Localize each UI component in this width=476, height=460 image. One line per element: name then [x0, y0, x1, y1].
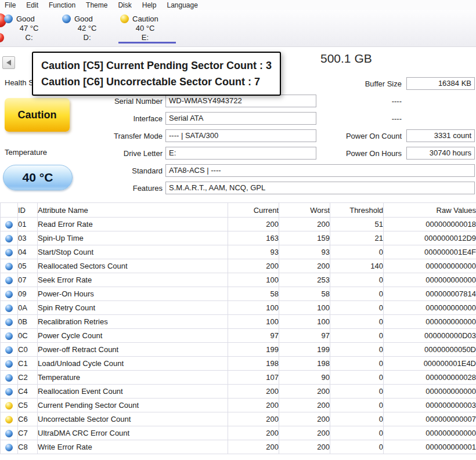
attr-threshold-cell: 0	[330, 287, 384, 301]
status-cell	[1, 259, 18, 273]
status-cell	[1, 231, 18, 245]
menu-item[interactable]: Help	[142, 1, 157, 9]
attr-worst-cell: 200	[279, 440, 330, 454]
info-field-value: ATA8-ACS | ----	[165, 164, 475, 177]
raw-values-column-header: Raw Values	[384, 203, 476, 218]
smart-row: 0C Power Cycle Count 97 97 0 000000000D0…	[1, 329, 476, 343]
menu-item[interactable]: Function	[49, 1, 75, 9]
attr-name-cell: Read Error Rate	[38, 218, 228, 231]
status-dot-icon	[5, 346, 13, 354]
info-field-label: Interface	[0, 114, 163, 123]
attr-raw-cell: 000000001E4D	[384, 357, 476, 371]
attr-name-cell: Spin Retry Count	[38, 301, 228, 315]
status-dot-icon	[5, 430, 13, 437]
drive-status-icon	[120, 15, 129, 23]
attr-worst-cell: 100	[279, 301, 330, 315]
smart-row: 04 Start/Stop Count 93 93 0 000000001E4F	[1, 245, 476, 259]
info-field-label: Transfer Mode	[0, 132, 163, 140]
drive-temperature-text: 47 °C	[0, 24, 58, 33]
status-dot-icon	[5, 374, 13, 382]
attr-name-cell: Power-On Hours	[38, 287, 228, 301]
attr-id-cell: 03	[18, 231, 38, 245]
attr-worst-cell: 97	[279, 329, 330, 343]
drive-letter-text: C:	[0, 33, 58, 42]
menu-item[interactable]: Theme	[86, 1, 107, 9]
attr-threshold-cell: 21	[330, 231, 384, 245]
attr-name-cell: Start/Stop Count	[38, 245, 228, 259]
attr-threshold-cell: 0	[330, 245, 384, 259]
smart-row: C0 Power-off Retract Count 199 199 0 000…	[1, 343, 476, 357]
status-cell	[1, 315, 18, 329]
status-cell	[1, 343, 18, 357]
attr-raw-cell: 000000000000	[384, 426, 476, 440]
drive-tab[interactable]: Good 47 °C C:	[0, 10, 58, 46]
status-cell	[1, 329, 18, 343]
status-dot-icon	[5, 360, 13, 368]
attr-current-cell: 93	[228, 245, 279, 259]
smart-row: 07 Seek Error Rate 100 253 0 00000000000…	[1, 273, 476, 287]
menu-item[interactable]: Disk	[118, 1, 131, 9]
smart-row: 09 Power-On Hours 58 58 0 000000007814	[1, 287, 476, 301]
drive-tabs: Good 47 °C C: Good 42 °C D: Caution 40 °…	[0, 10, 476, 46]
attr-id-cell: 04	[18, 245, 38, 259]
attr-threshold-cell: 0	[330, 315, 384, 329]
attr-threshold-cell: 0	[330, 371, 384, 385]
menu-item[interactable]: File	[5, 1, 16, 9]
status-dot-icon	[5, 263, 13, 270]
smart-row: C1 Load/Unload Cycle Count 198 198 0 000…	[1, 357, 476, 371]
smart-row: 0A Spin Retry Count 100 100 0 0000000000…	[1, 301, 476, 315]
attr-id-cell: 0C	[18, 329, 38, 343]
attr-name-cell: Temperature	[38, 371, 228, 385]
status-cell	[1, 273, 18, 287]
crystaldiskinfo-window: FileEditFunctionThemeDiskHelpLanguage Go…	[0, 0, 476, 460]
drive-tab[interactable]: Good 42 °C D:	[58, 10, 116, 46]
drive-status-icon	[62, 15, 71, 23]
attr-raw-cell: 000000001E4F	[384, 245, 476, 259]
drive-status-text: Good	[16, 15, 35, 23]
attr-id-cell: 0A	[18, 301, 38, 315]
attr-name-cell: Write Error Rate	[38, 440, 228, 454]
status-cell	[1, 385, 18, 399]
status-dot-icon	[5, 249, 13, 256]
drive-tab-status-row: Good	[58, 13, 116, 24]
attr-threshold-cell: 51	[330, 218, 384, 231]
attr-worst-cell: 58	[279, 287, 330, 301]
attr-raw-cell: 000000000000	[384, 301, 476, 315]
attr-raw-cell: 000000000000	[384, 385, 476, 399]
attr-current-cell: 100	[228, 315, 279, 329]
tooltip-line-1: Caution [C5] Current Pending Sector Coun…	[41, 57, 272, 74]
info-field-value	[406, 112, 475, 125]
attr-id-cell: 07	[18, 273, 38, 287]
status-cell	[1, 426, 18, 440]
menu-item[interactable]: Language	[167, 1, 197, 9]
attr-current-cell: 58	[228, 287, 279, 301]
info-wide-column: Standard ATA8-ACS | ---- Features S.M.A.…	[0, 164, 475, 199]
smart-row: C5 Current Pending Sector Count 200 200 …	[1, 399, 476, 412]
drive-tab-status-row: Good	[0, 13, 58, 24]
attr-worst-cell: 199	[279, 343, 330, 357]
attr-name-cell: Seek Error Rate	[38, 273, 228, 287]
status-dot-icon	[5, 388, 13, 396]
attr-threshold-cell: 0	[330, 385, 384, 399]
attr-current-cell: 200	[228, 440, 279, 454]
attr-worst-cell: 93	[279, 245, 330, 259]
attr-current-cell: 200	[228, 218, 279, 231]
drive-tab[interactable]: Caution 40 °C E:	[116, 10, 174, 46]
drive-tab-status-row: Caution	[116, 13, 174, 24]
attr-current-cell: 100	[228, 301, 279, 315]
smart-row: 05 Reallocated Sectors Count 200 200 140…	[1, 259, 476, 273]
menu-item[interactable]: Edit	[26, 1, 38, 9]
previous-drive-button[interactable]	[2, 56, 15, 69]
attr-name-cell: Reallocated Sectors Count	[38, 259, 228, 273]
status-cell	[1, 412, 18, 426]
attr-name-cell: UltraDMA CRC Error Count	[38, 426, 228, 440]
status-dot-icon	[5, 332, 13, 340]
status-dot-icon	[5, 318, 13, 326]
drive-status-text: Caution	[132, 15, 158, 23]
attr-threshold-cell: 140	[330, 259, 384, 273]
attr-name-cell: Power-off Retract Count	[38, 343, 228, 357]
attr-name-cell: Spin-Up Time	[38, 231, 228, 245]
info-field-value: 30740 hours	[406, 147, 475, 160]
drive-info-panel: 500.1 GB Health Status Caution Temperatu…	[0, 47, 476, 202]
attr-current-cell: 100	[228, 273, 279, 287]
